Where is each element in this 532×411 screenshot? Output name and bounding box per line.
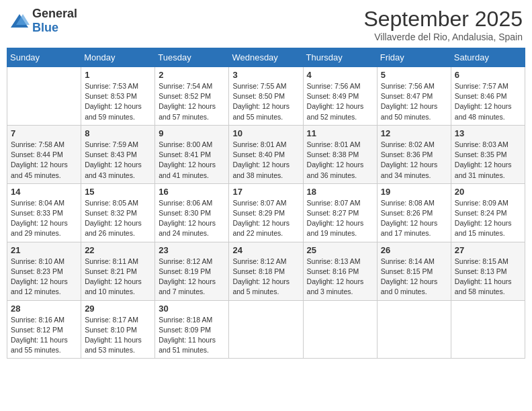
calendar-day-26: 26Sunrise: 8:14 AM Sunset: 8:15 PM Dayli…	[377, 242, 451, 300]
calendar-day-empty	[303, 300, 377, 359]
calendar-day-11: 11Sunrise: 8:01 AM Sunset: 8:38 PM Dayli…	[303, 125, 377, 183]
calendar-day-28: 28Sunrise: 8:16 AM Sunset: 8:12 PM Dayli…	[7, 300, 81, 359]
calendar-day-25: 25Sunrise: 8:13 AM Sunset: 8:16 PM Dayli…	[303, 242, 377, 300]
day-content: Sunrise: 8:02 AM Sunset: 8:36 PM Dayligh…	[381, 140, 447, 181]
calendar-day-empty	[229, 300, 303, 359]
day-number: 28	[11, 304, 77, 314]
calendar-day-13: 13Sunrise: 8:03 AM Sunset: 8:35 PM Dayli…	[451, 125, 525, 183]
calendar-week-row: 14Sunrise: 8:04 AM Sunset: 8:33 PM Dayli…	[7, 183, 525, 242]
logo-general-text: General	[32, 7, 77, 20]
header-day-sunday: Sunday	[7, 48, 81, 67]
calendar-day-22: 22Sunrise: 8:11 AM Sunset: 8:21 PM Dayli…	[81, 242, 155, 300]
day-number: 24	[232, 245, 299, 255]
header-day-tuesday: Tuesday	[155, 48, 229, 67]
day-content: Sunrise: 8:18 AM Sunset: 8:09 PM Dayligh…	[159, 315, 225, 356]
calendar-day-17: 17Sunrise: 8:07 AM Sunset: 8:29 PM Dayli…	[229, 183, 303, 242]
day-content: Sunrise: 8:14 AM Sunset: 8:15 PM Dayligh…	[381, 257, 447, 298]
day-content: Sunrise: 8:11 AM Sunset: 8:21 PM Dayligh…	[85, 257, 151, 298]
day-content: Sunrise: 8:07 AM Sunset: 8:27 PM Dayligh…	[307, 198, 373, 239]
day-number: 7	[11, 128, 77, 138]
calendar-day-21: 21Sunrise: 8:10 AM Sunset: 8:23 PM Dayli…	[7, 242, 81, 300]
day-content: Sunrise: 8:00 AM Sunset: 8:41 PM Dayligh…	[159, 140, 225, 181]
calendar-day-9: 9Sunrise: 8:00 AM Sunset: 8:41 PM Daylig…	[155, 125, 229, 183]
calendar-week-row: 7Sunrise: 7:58 AM Sunset: 8:44 PM Daylig…	[7, 125, 525, 183]
day-content: Sunrise: 8:17 AM Sunset: 8:10 PM Dayligh…	[85, 315, 151, 356]
calendar-day-empty	[451, 300, 525, 359]
calendar-day-3: 3Sunrise: 7:55 AM Sunset: 8:50 PM Daylig…	[229, 67, 303, 126]
day-number: 25	[307, 245, 373, 255]
calendar-day-15: 15Sunrise: 8:05 AM Sunset: 8:32 PM Dayli…	[81, 183, 155, 242]
day-number: 27	[455, 245, 521, 255]
calendar-day-4: 4Sunrise: 7:56 AM Sunset: 8:49 PM Daylig…	[303, 67, 377, 126]
calendar-day-1: 1Sunrise: 7:53 AM Sunset: 8:53 PM Daylig…	[81, 67, 155, 126]
day-number: 9	[159, 128, 225, 138]
day-content: Sunrise: 8:12 AM Sunset: 8:18 PM Dayligh…	[232, 257, 299, 298]
day-number: 12	[381, 128, 447, 138]
title-area: September 2025 Villaverde del Rio, Andal…	[363, 7, 523, 42]
day-number: 26	[381, 245, 447, 255]
day-number: 15	[85, 187, 151, 197]
calendar-day-empty	[377, 300, 451, 359]
day-content: Sunrise: 8:05 AM Sunset: 8:32 PM Dayligh…	[85, 198, 151, 239]
day-content: Sunrise: 8:09 AM Sunset: 8:24 PM Dayligh…	[455, 198, 521, 239]
day-number: 5	[381, 70, 447, 80]
logo-icon	[9, 13, 30, 29]
day-number: 6	[455, 70, 521, 80]
calendar-day-7: 7Sunrise: 7:58 AM Sunset: 8:44 PM Daylig…	[7, 125, 81, 183]
day-content: Sunrise: 7:55 AM Sunset: 8:50 PM Dayligh…	[232, 81, 299, 122]
calendar-day-30: 30Sunrise: 8:18 AM Sunset: 8:09 PM Dayli…	[155, 300, 229, 359]
day-content: Sunrise: 7:58 AM Sunset: 8:44 PM Dayligh…	[11, 140, 77, 181]
calendar-day-8: 8Sunrise: 7:59 AM Sunset: 8:43 PM Daylig…	[81, 125, 155, 183]
day-content: Sunrise: 8:12 AM Sunset: 8:19 PM Dayligh…	[159, 257, 225, 298]
day-number: 10	[232, 128, 299, 138]
logo-blue-text: Blue	[32, 21, 58, 34]
day-number: 3	[232, 70, 299, 80]
day-content: Sunrise: 7:54 AM Sunset: 8:52 PM Dayligh…	[159, 81, 225, 122]
calendar-day-5: 5Sunrise: 7:56 AM Sunset: 8:47 PM Daylig…	[377, 67, 451, 126]
calendar-day-23: 23Sunrise: 8:12 AM Sunset: 8:19 PM Dayli…	[155, 242, 229, 300]
page-header: General Blue September 2025 Villaverde d…	[7, 7, 525, 42]
calendar-day-empty	[7, 67, 81, 126]
day-number: 21	[11, 245, 77, 255]
day-number: 4	[307, 70, 373, 80]
calendar-day-16: 16Sunrise: 8:06 AM Sunset: 8:30 PM Dayli…	[155, 183, 229, 242]
day-content: Sunrise: 8:10 AM Sunset: 8:23 PM Dayligh…	[11, 257, 77, 298]
day-number: 22	[85, 245, 151, 255]
calendar-day-20: 20Sunrise: 8:09 AM Sunset: 8:24 PM Dayli…	[451, 183, 525, 242]
day-number: 2	[159, 70, 225, 80]
day-content: Sunrise: 7:56 AM Sunset: 8:49 PM Dayligh…	[307, 81, 373, 122]
day-number: 8	[85, 128, 151, 138]
day-content: Sunrise: 8:07 AM Sunset: 8:29 PM Dayligh…	[232, 198, 299, 239]
day-number: 29	[85, 304, 151, 314]
calendar-day-27: 27Sunrise: 8:15 AM Sunset: 8:13 PM Dayli…	[451, 242, 525, 300]
day-number: 1	[85, 70, 151, 80]
calendar-week-row: 1Sunrise: 7:53 AM Sunset: 8:53 PM Daylig…	[7, 67, 525, 126]
month-title: September 2025	[363, 7, 523, 32]
calendar-day-2: 2Sunrise: 7:54 AM Sunset: 8:52 PM Daylig…	[155, 67, 229, 126]
day-number: 16	[159, 187, 225, 197]
day-content: Sunrise: 8:08 AM Sunset: 8:26 PM Dayligh…	[381, 198, 447, 239]
day-content: Sunrise: 7:53 AM Sunset: 8:53 PM Dayligh…	[85, 81, 151, 122]
day-number: 20	[455, 187, 521, 197]
day-content: Sunrise: 8:16 AM Sunset: 8:12 PM Dayligh…	[11, 315, 77, 356]
header-day-friday: Friday	[377, 48, 451, 67]
day-number: 18	[307, 187, 373, 197]
day-number: 17	[232, 187, 299, 197]
day-number: 23	[159, 245, 225, 255]
logo: General Blue	[9, 7, 77, 35]
header-day-monday: Monday	[81, 48, 155, 67]
calendar-day-6: 6Sunrise: 7:57 AM Sunset: 8:46 PM Daylig…	[451, 67, 525, 126]
day-content: Sunrise: 8:15 AM Sunset: 8:13 PM Dayligh…	[455, 257, 521, 298]
calendar-day-14: 14Sunrise: 8:04 AM Sunset: 8:33 PM Dayli…	[7, 183, 81, 242]
day-content: Sunrise: 8:13 AM Sunset: 8:16 PM Dayligh…	[307, 257, 373, 298]
calendar-day-10: 10Sunrise: 8:01 AM Sunset: 8:40 PM Dayli…	[229, 125, 303, 183]
calendar-day-12: 12Sunrise: 8:02 AM Sunset: 8:36 PM Dayli…	[377, 125, 451, 183]
day-number: 11	[307, 128, 373, 138]
calendar-table: SundayMondayTuesdayWednesdayThursdayFrid…	[7, 48, 525, 359]
day-content: Sunrise: 8:01 AM Sunset: 8:40 PM Dayligh…	[232, 140, 299, 181]
calendar-day-18: 18Sunrise: 8:07 AM Sunset: 8:27 PM Dayli…	[303, 183, 377, 242]
day-content: Sunrise: 8:06 AM Sunset: 8:30 PM Dayligh…	[159, 198, 225, 239]
day-number: 13	[455, 128, 521, 138]
day-number: 30	[159, 304, 225, 314]
header-day-saturday: Saturday	[451, 48, 525, 67]
